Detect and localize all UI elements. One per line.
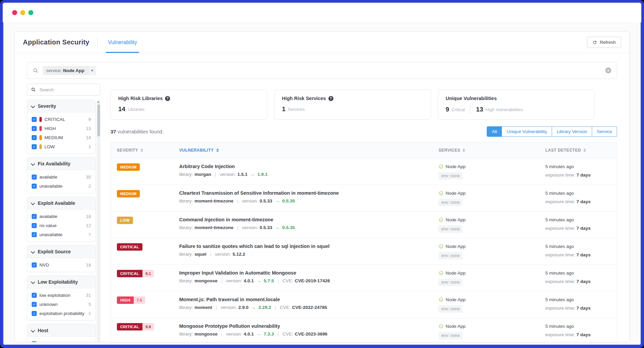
sort-icon [462,149,465,152]
table-row[interactable]: HIGH7.5 Moment.js: Path traversal in mom… [111,291,617,318]
severity-badge: LOW [117,217,133,224]
checkbox-checked-icon[interactable]: ✓ [32,144,37,149]
global-search-input[interactable] [101,67,601,73]
global-search-bar[interactable]: service: Node App × × [27,62,617,79]
filter-section-header[interactable]: Low Exploitability [27,276,95,288]
checkbox-checked-icon[interactable]: ✓ [32,341,37,342]
vulnerability-meta: library:moment-timezone | version:0.5.33… [179,198,439,203]
filter-item-medium[interactable]: ✓ MEDIUM 14 [27,133,95,142]
tab-vulnerability[interactable]: Vulnerability [106,32,139,53]
filter-item-exploit-available[interactable]: ✓ available 18 [27,212,95,221]
checkbox-checked-icon[interactable]: ✓ [32,311,37,316]
column-header-last-detected[interactable]: LAST DETECTED [545,148,617,153]
checkbox-checked-icon[interactable]: ✓ [32,214,37,219]
view-tab-unique-vulnerability[interactable]: Unique Vulnerability [502,126,552,137]
page-title: Application Security [23,38,89,46]
checkbox-checked-icon[interactable]: ✓ [32,262,37,267]
screen: Application Security Vulnerability Refre… [0,0,644,348]
filter-section-header[interactable]: Severity [27,100,95,113]
severity-high-pill-icon [39,126,42,131]
filter-item-critical[interactable]: ✓ CRITICAL 9 [27,115,95,124]
checkbox-checked-icon[interactable]: ✓ [32,117,37,122]
search-clear-button[interactable]: × [605,67,611,73]
filter-item-exploit-unavailable[interactable]: ✓ unavailable 7 [27,230,95,239]
traffic-light-minimize-button[interactable] [20,10,25,15]
help-icon[interactable]: ? [328,96,333,101]
checkbox-checked-icon[interactable]: ✓ [32,232,37,237]
checkbox-checked-icon[interactable]: ✓ [32,223,37,228]
fix-arrow-icon: → [257,278,261,283]
checkbox-checked-icon[interactable]: ✓ [32,184,37,189]
checkbox-checked-icon[interactable]: ✓ [32,126,37,131]
table-row[interactable]: MEDIUM Arbitrary Code Injection library:… [111,158,617,185]
exposure-time: exposure time:7 days [545,279,617,284]
filter-item-fix-unavailable[interactable]: ✓ unavailable 2 [27,182,95,191]
exposure-time: exposure time:7 days [545,226,617,231]
fix-arrow-icon: → [257,331,261,337]
filter-section-host: Host ✓ bruce-wayne 37 [27,324,96,342]
filter-item-exploit-no-value[interactable]: ✓ no value 12 [27,221,95,230]
scroll-up-arrow-icon[interactable] [97,101,99,103]
table-row[interactable]: MEDIUM Cleartext Transmission of Sensiti… [111,185,617,212]
fix-arrow-icon: → [275,225,280,230]
search-filter-chip: service: Node App × [43,66,96,75]
refresh-button[interactable]: Refresh [587,37,621,48]
filter-item-exploitation-probability[interactable]: ✓ exploitation probability 1 [27,309,95,318]
filter-item-nvd[interactable]: ✓ NVD 18 [27,260,95,270]
checkbox-checked-icon[interactable]: ✓ [32,302,37,307]
scrollbar-thumb[interactable] [97,104,100,136]
filter-item-low-exploitation[interactable]: ✓ low exploitation 31 [27,291,95,300]
checkbox-checked-icon[interactable]: ✓ [32,135,37,140]
view-tab-library-version[interactable]: Library Version [552,126,592,137]
traffic-light-close-button[interactable] [12,10,17,15]
last-detected: 5 minutes ago [545,244,617,249]
column-header-severity[interactable]: SEVERITY [117,148,179,153]
severity-medium-pill-icon [39,135,42,140]
chip-remove-button[interactable]: × [88,66,96,75]
service-name: Node App [446,164,465,169]
table-row[interactable]: CRITICAL Failure to sanitize quotes whic… [111,238,617,265]
checkbox-checked-icon[interactable]: ✓ [32,293,37,298]
cvss-score: 7.5 [134,296,145,304]
content-row: Severity ✓ CRITICAL 9 ✓ [15,84,629,342]
chevron-down-icon [31,201,35,205]
filter-section-header[interactable]: Fix Availability [27,158,95,170]
filter-item-high[interactable]: ✓ HIGH 13 [27,124,95,133]
nodejs-icon: js [439,271,444,276]
sort-icon [216,149,219,152]
card-title: Unique Vulnerabilities [446,96,497,101]
sidebar-scrollbar[interactable] [97,100,100,342]
filter-item-fix-available[interactable]: ✓ available 35 [27,172,95,182]
filter-item-low[interactable]: ✓ LOW 1 [27,142,95,151]
table-row[interactable]: LOW Command Injection in moment-timezone… [111,212,617,238]
filter-item-unknown[interactable]: ✓ unknown 5 [27,300,95,309]
filter-section-header[interactable]: Host [27,324,95,337]
view-tab-all[interactable]: All [487,126,502,137]
vulnerability-title: Failure to sanitize quotes which can lea… [179,244,439,249]
results-row: 37 vulnerabilities found. All Unique Vul… [110,126,617,137]
exposure-time: exposure time:7 days [545,199,617,204]
card-value-label: Libraries [128,107,144,112]
checkbox-checked-icon[interactable]: ✓ [32,175,37,180]
filter-section-fix-availability: Fix Availability ✓ available 35 ✓ [27,157,96,193]
env-chip: env: none [439,199,462,206]
severity-critical-pill-icon [39,117,42,122]
table-row[interactable]: CRITICAL9.8 Mongoose Prototype Pollution… [111,318,617,342]
filter-item-bruce-wayne[interactable]: ✓ bruce-wayne 37 [27,339,95,342]
help-icon[interactable]: ? [165,96,170,101]
filter-section-header[interactable]: Exploit Available [27,197,95,210]
cvss-score: 9.1 [142,270,154,277]
main-content: High Risk Libraries ? 14 Libraries High … [110,84,617,342]
view-tab-service[interactable]: Service [592,126,617,137]
column-header-services[interactable]: SERVICES [439,148,545,153]
filter-section-header[interactable]: Exploit Source [27,246,95,258]
vulnerability-title: Arbitrary Code Injection [179,164,439,169]
nodejs-icon: js [439,324,444,329]
card-high-risk-libraries: High Risk Libraries ? 14 Libraries [110,90,267,120]
column-header-vulnerability[interactable]: VULNERABILITY [179,148,439,153]
last-detected: 5 minutes ago [545,271,617,276]
table-row[interactable]: CRITICAL9.1 Improper Input Validation in… [111,265,617,291]
sidebar-search-input[interactable] [39,87,96,93]
traffic-light-maximize-button[interactable] [28,10,33,15]
vulnerability-title: Cleartext Transmission of Sensitive Info… [179,190,439,196]
